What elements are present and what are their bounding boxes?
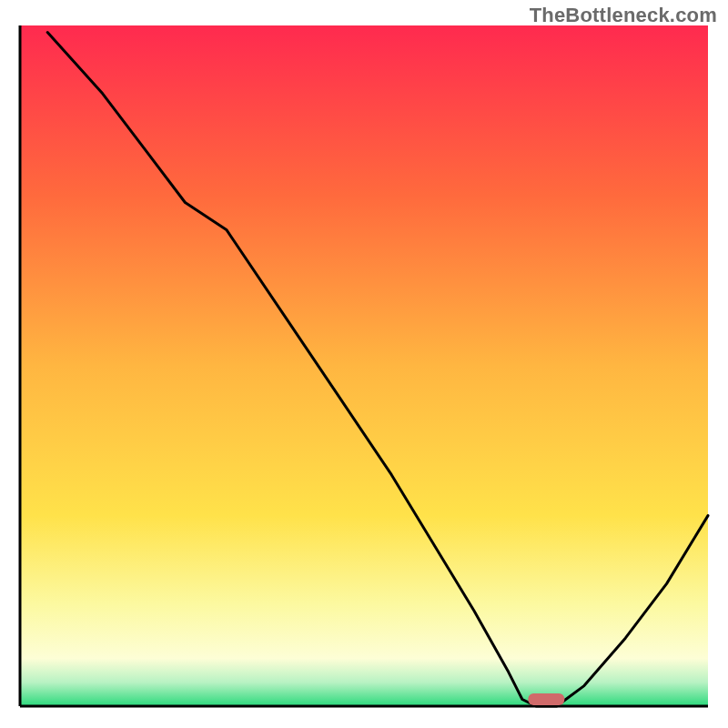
chart-svg — [0, 0, 728, 728]
optimal-marker — [528, 693, 564, 705]
plot-background — [20, 25, 708, 706]
bottleneck-chart: TheBottleneck.com — [0, 0, 728, 728]
